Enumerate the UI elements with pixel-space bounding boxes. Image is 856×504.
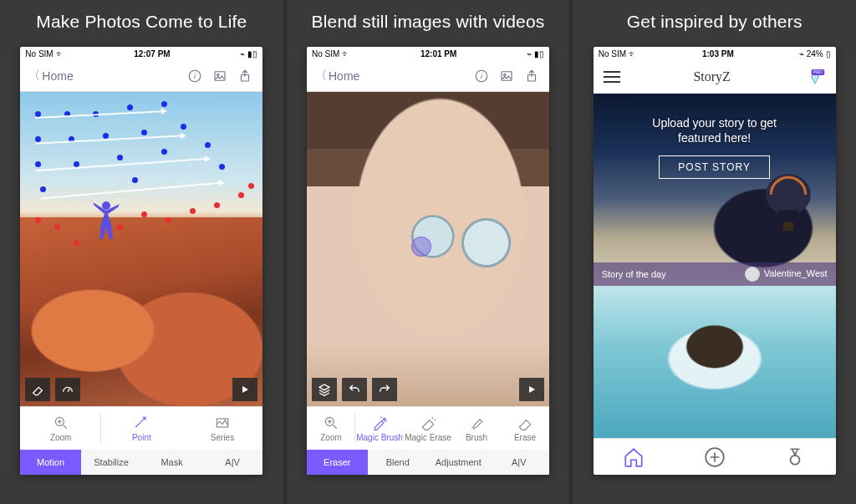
play-button[interactable] <box>232 378 257 401</box>
canvas-overlay-tools <box>312 378 397 401</box>
status-bar: No SIMᯤ 12:07 PM ⌁▮▯ <box>20 47 262 60</box>
feed[interactable]: Upload your story to get featured here! … <box>594 94 836 438</box>
info-button[interactable]: i <box>186 67 204 85</box>
undo-overlay-button[interactable] <box>342 378 367 401</box>
svg-text:i: i <box>194 72 196 80</box>
clock: 1:03 PM <box>702 49 734 59</box>
editor-canvas[interactable] <box>307 92 549 406</box>
tool-erase[interactable]: Erase <box>501 407 549 450</box>
tool-row: Zoom Magic Brush Magic Erase Brush Erase <box>307 406 549 450</box>
layers-overlay-button[interactable] <box>312 378 337 401</box>
home-nav-button[interactable] <box>623 446 645 468</box>
phone-screen-3: No SIMᯤ 1:03 PM ⌁24%▯ StoryZ PRO Upload … <box>594 47 836 475</box>
info-button[interactable]: i <box>472 67 491 85</box>
panel-caption: Get inspired by others <box>627 12 802 32</box>
svg-point-16 <box>766 174 811 216</box>
svg-rect-17 <box>782 222 792 231</box>
tool-magic-brush[interactable]: Magic Brush <box>355 407 404 450</box>
battery-icon: ▯ <box>826 49 831 59</box>
panel-caption: Blend still images with videos <box>311 12 544 32</box>
story-of-day-label: Story of the day <box>602 269 666 279</box>
tool-label: Point <box>132 433 151 442</box>
tool-label: Zoom <box>50 433 72 442</box>
redo-overlay-button[interactable] <box>372 378 397 401</box>
back-button[interactable]: 〈 Home <box>315 69 359 84</box>
tab-av[interactable]: A|V <box>489 450 550 475</box>
svg-point-11 <box>504 74 506 75</box>
phone-screen-1: No SIMᯤ 12:07 PM ⌁▮▯ 〈 Home i <box>20 47 262 475</box>
carrier-label: No SIM <box>312 49 339 59</box>
app-title: StoryZ <box>693 69 730 84</box>
tab-adjustment[interactable]: Adjustment <box>428 450 489 475</box>
tab-stabilize[interactable]: Stabilize <box>81 450 142 475</box>
post-story-button[interactable]: POST STORY <box>659 155 770 179</box>
medal-nav-button[interactable] <box>784 446 806 468</box>
share-button[interactable] <box>522 67 541 85</box>
tab-av[interactable]: A|V <box>202 450 263 475</box>
bluetooth-icon: ⌁ <box>799 49 804 59</box>
chevron-left-icon: 〈 <box>315 69 327 84</box>
tab-motion[interactable]: Motion <box>20 450 81 475</box>
photo-sunglasses <box>307 92 549 406</box>
status-bar: No SIMᯤ 12:01 PM ⌁▮▯ <box>307 47 549 60</box>
promo-panel-2: Blend still images with videos No SIMᯤ 1… <box>283 0 570 504</box>
tool-point[interactable]: Point <box>101 407 182 450</box>
feed-navbar: StoryZ PRO <box>594 60 836 94</box>
bottom-nav <box>594 438 836 475</box>
wifi-icon: ᯤ <box>56 49 64 59</box>
back-button[interactable]: 〈 Home <box>28 69 73 84</box>
author-chip[interactable]: Valentine_West <box>745 267 828 282</box>
svg-point-5 <box>102 201 110 210</box>
tool-magic-erase[interactable]: Magic Erase <box>404 407 452 450</box>
tool-zoom[interactable]: Zoom <box>307 407 355 450</box>
mode-tabbar: Motion Stabilize Mask A|V <box>20 450 262 475</box>
editor-navbar: 〈 Home i <box>20 60 262 92</box>
image-button[interactable] <box>211 67 229 85</box>
bluetooth-icon: ⌁ <box>240 49 245 59</box>
add-nav-button[interactable] <box>704 446 726 468</box>
tab-eraser[interactable]: Eraser <box>307 450 368 475</box>
tool-brush[interactable]: Brush <box>452 407 501 450</box>
hero-footer: Story of the day Valentine_West <box>594 262 836 286</box>
wifi-icon: ᯤ <box>342 49 350 59</box>
svg-text:i: i <box>481 72 483 80</box>
phone-screen-2: No SIMᯤ 12:01 PM ⌁▮▯ 〈 Home i <box>307 47 549 475</box>
promo-panel-1: Make Photos Come to Life No SIMᯤ 12:07 P… <box>0 0 283 504</box>
photo-rocks <box>20 92 262 406</box>
carrier-label: No SIM <box>25 49 53 59</box>
brush-cursor <box>411 237 431 257</box>
battery-icon: ▮▯ <box>247 49 257 59</box>
battery-pct: 24% <box>807 49 823 59</box>
back-label: Home <box>42 69 73 83</box>
balloon-illustration <box>762 174 814 236</box>
hero-card[interactable]: Upload your story to get featured here! … <box>594 94 836 286</box>
editor-canvas[interactable] <box>20 92 262 406</box>
tab-blend[interactable]: Blend <box>368 450 429 475</box>
canvas-overlay-tools <box>25 378 80 401</box>
tab-mask[interactable]: Mask <box>141 450 202 475</box>
svg-point-3 <box>217 74 219 75</box>
promo-panel-3: Get inspired by others No SIMᯤ 1:03 PM ⌁… <box>569 0 856 504</box>
panel-caption: Make Photos Come to Life <box>36 12 247 32</box>
editor-navbar: 〈 Home i <box>307 60 549 92</box>
clock: 12:01 PM <box>420 49 456 59</box>
play-button[interactable] <box>519 378 544 401</box>
mode-tabbar: Eraser Blend Adjustment A|V <box>307 450 549 475</box>
image-button[interactable] <box>497 67 516 85</box>
tool-zoom[interactable]: Zoom <box>20 407 101 450</box>
battery-icon: ▮▯ <box>534 49 544 59</box>
pro-badge[interactable]: PRO <box>804 69 826 84</box>
avatar <box>745 267 760 282</box>
share-button[interactable] <box>236 67 254 85</box>
eraser-overlay-button[interactable] <box>25 378 50 401</box>
back-label: Home <box>329 69 359 83</box>
speed-overlay-button[interactable] <box>55 378 80 401</box>
tool-row: Zoom Point Series <box>20 406 262 450</box>
tool-series[interactable]: Series <box>182 407 263 450</box>
feed-card-water[interactable] <box>594 286 836 438</box>
wifi-icon: ᯤ <box>629 49 637 59</box>
menu-button[interactable] <box>604 71 620 83</box>
svg-text:PRO: PRO <box>813 69 822 74</box>
author-name: Valentine_West <box>764 268 828 278</box>
clock: 12:07 PM <box>134 49 170 59</box>
